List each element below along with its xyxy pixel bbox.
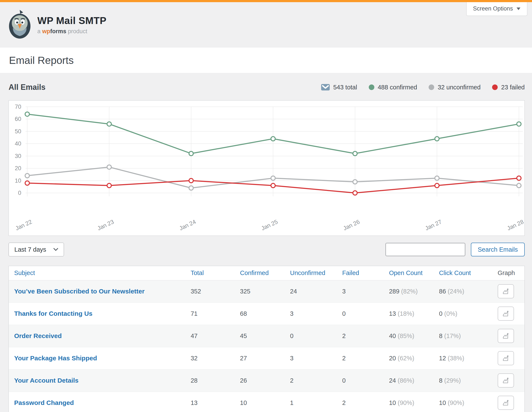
row-graph-button[interactable]	[498, 396, 514, 410]
svg-text:40: 40	[15, 140, 21, 147]
confirmed-cell: 27	[235, 347, 285, 369]
row-graph-button[interactable]	[498, 329, 514, 343]
legend-dot-icon	[492, 84, 498, 90]
search-area: Search Emails	[386, 243, 525, 256]
legend-item: 488 confirmed	[369, 84, 417, 91]
table-row: Your Package Has Shipped32273220 (62%)12…	[9, 347, 524, 369]
confirmed-cell: 26	[235, 369, 285, 392]
svg-text:Jan 28: Jan 28	[506, 219, 524, 231]
line-chart-icon	[502, 399, 510, 407]
click-count-cell: 86 (24%)	[434, 280, 492, 302]
wp-mail-smtp-pigeon-logo	[9, 9, 31, 39]
failed-cell: 2	[337, 392, 384, 412]
data-point	[435, 137, 439, 141]
data-point	[353, 180, 357, 184]
total-cell: 47	[185, 325, 235, 347]
open-count-cell: 13 (18%)	[384, 302, 434, 325]
table-row: Order Received47450240 (85%)8 (17%)	[9, 325, 524, 347]
all-emails-section-head: All Emails 543 total488 confirmed32 unco…	[9, 83, 525, 92]
data-point	[271, 183, 275, 188]
screen-options-label: Screen Options	[473, 5, 513, 12]
svg-text:70: 70	[15, 103, 21, 110]
click-count-cell: 8 (17%)	[434, 325, 492, 347]
data-point	[25, 174, 29, 178]
column-sort-confirmed[interactable]: Confirmed	[240, 269, 269, 276]
email-subject-link[interactable]: Your Account Details	[14, 377, 78, 384]
failed-cell: 2	[337, 347, 384, 369]
screen-options-button[interactable]: Screen Options	[466, 2, 527, 16]
envelope-icon	[321, 84, 330, 91]
legend-label: 32 unconfirmed	[438, 84, 481, 91]
search-emails-button[interactable]: Search Emails	[471, 243, 525, 256]
data-point	[107, 122, 111, 126]
row-graph-button[interactable]	[498, 373, 514, 388]
data-point	[435, 183, 439, 188]
data-point	[25, 181, 29, 185]
row-graph-button[interactable]	[498, 351, 514, 365]
data-point	[517, 122, 521, 126]
table-header: SubjectTotalConfirmedUnconfirmedFailedOp…	[9, 266, 524, 280]
failed-cell: 0	[337, 302, 384, 325]
legend-dot-icon	[429, 84, 434, 90]
click-count-cell: 0 (0%)	[434, 302, 492, 325]
table-controls: Last 7 days Search Emails	[9, 243, 525, 256]
svg-text:Jan 23: Jan 23	[96, 219, 115, 231]
data-point	[271, 137, 275, 141]
confirmed-cell: 45	[235, 325, 285, 347]
column-sort-subject[interactable]: Subject	[14, 269, 35, 276]
svg-text:20: 20	[15, 165, 21, 172]
legend-label: 543 total	[333, 84, 357, 91]
data-point	[107, 165, 111, 169]
line-chart-icon	[502, 377, 510, 384]
email-subject-link[interactable]: Thanks for Contacting Us	[14, 310, 93, 317]
line-chart-icon	[502, 310, 510, 318]
legend-item: 23 failed	[492, 84, 525, 91]
app-title: WP Mail SMTP	[37, 15, 106, 26]
svg-text:Jan 25: Jan 25	[260, 219, 279, 231]
table-row: Your Account Details28262024 (86%)8 (29%…	[9, 369, 524, 392]
plugin-titles: WP Mail SMTP a wpforms product	[37, 14, 106, 35]
open-count-cell: 289 (82%)	[384, 280, 434, 302]
confirmed-cell: 68	[235, 302, 285, 325]
failed-cell: 3	[337, 280, 384, 302]
plugin-header: WP Mail SMTP a wpforms product	[0, 2, 532, 48]
chevron-down-icon	[53, 248, 58, 251]
table-row: Password Changed13101210 (90%)10 (90%)	[9, 392, 524, 412]
legend-dot-icon	[369, 84, 374, 90]
table-row: Thanks for Contacting Us71683013 (18%)0 …	[9, 302, 524, 325]
total-cell: 71	[185, 302, 235, 325]
legend-item: 543 total	[321, 84, 357, 91]
column-sort-failed[interactable]: Failed	[342, 269, 359, 276]
legend-item: 32 unconfirmed	[429, 84, 481, 91]
unconfirmed-cell: 0	[285, 325, 337, 347]
click-count-cell: 10 (90%)	[434, 392, 492, 412]
column-sort-unconfirmed[interactable]: Unconfirmed	[290, 269, 325, 276]
column-sort-click-count[interactable]: Click Count	[439, 269, 471, 276]
page-title-band: Email Reports	[0, 48, 532, 73]
svg-text:60: 60	[15, 116, 21, 122]
email-subject-link[interactable]: Your Package Has Shipped	[14, 355, 97, 362]
column-sort-total[interactable]: Total	[191, 269, 204, 276]
unconfirmed-cell: 2	[285, 369, 337, 392]
email-subject-link[interactable]: Password Changed	[14, 399, 74, 406]
page-title: Email Reports	[9, 55, 74, 66]
row-graph-button[interactable]	[498, 307, 514, 321]
email-subject-link[interactable]: You’ve Been Subscribed to Our Newsletter	[14, 288, 145, 295]
data-point	[189, 151, 193, 156]
date-range-select[interactable]: Last 7 days	[9, 243, 64, 256]
search-input[interactable]	[386, 243, 465, 256]
email-reports-table-panel: SubjectTotalConfirmedUnconfirmedFailedOp…	[9, 266, 525, 412]
chevron-down-icon	[516, 7, 521, 10]
table-row: You’ve Been Subscribed to Our Newsletter…	[9, 280, 524, 302]
click-count-cell: 12 (38%)	[434, 347, 492, 369]
svg-text:30: 30	[15, 153, 21, 159]
email-subject-link[interactable]: Order Received	[14, 332, 62, 339]
data-point	[271, 176, 275, 180]
column-sort-open-count[interactable]: Open Count	[389, 269, 422, 276]
unconfirmed-cell: 24	[285, 280, 337, 302]
failed-cell: 0	[337, 369, 384, 392]
wpforms-brand: wp	[42, 28, 50, 35]
row-graph-button[interactable]	[498, 284, 514, 298]
data-point	[353, 151, 357, 156]
open-count-cell: 24 (86%)	[384, 369, 434, 392]
